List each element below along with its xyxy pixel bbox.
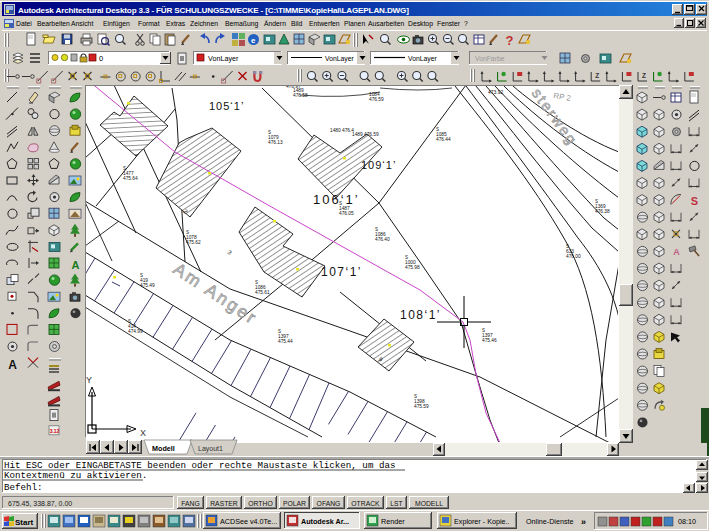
svg-text:Autodesk Ar...: Autodesk Ar... [301,517,349,526]
svg-text:Extras: Extras [166,20,186,27]
svg-text:475.62: 475.62 [186,240,201,245]
svg-text:Befehl:: Befehl: [4,482,43,493]
svg-text:106‘1’: 106‘1’ [313,192,360,207]
svg-text:?: ? [464,20,468,27]
svg-text:?: ? [506,33,514,48]
svg-text:1480 476.4: 1480 476.4 [330,128,354,133]
svg-text:08:10: 08:10 [678,517,696,526]
svg-text:675.45, 338.87, 0.00: 675.45, 338.87, 0.00 [8,500,72,507]
svg-text:3.12: 3.12 [50,428,60,434]
svg-text:1489 476.59: 1489 476.59 [352,132,379,137]
svg-text:ORTHO: ORTHO [248,500,272,507]
svg-text:476.40: 476.40 [375,237,390,242]
svg-text:475.64: 475.64 [123,176,138,181]
svg-text:107‘1’: 107‘1’ [321,265,362,279]
svg-text:Ändern: Ändern [264,20,286,27]
svg-text:VonFarbe: VonFarbe [475,55,505,62]
svg-text:Layout1: Layout1 [198,445,223,453]
svg-text:RASTER: RASTER [210,500,238,507]
svg-text:Kontextmenü zu aktivieren.: Kontextmenü zu aktivieren. [4,470,147,481]
svg-text:Ausarbeiten: Ausarbeiten [368,20,404,27]
svg-text:Explorer - Kopie..: Explorer - Kopie.. [454,517,510,526]
svg-text:Fenster: Fenster [437,20,461,27]
svg-text:FANG: FANG [181,500,200,507]
svg-text:475.61: 475.61 [255,290,270,295]
svg-text:A: A [673,247,680,257]
svg-text:475.44: 475.44 [278,339,293,344]
svg-text:Bearbeiten: Bearbeiten [37,20,70,27]
svg-text:Desktop: Desktop [408,20,433,28]
svg-text:LST: LST [390,500,402,507]
svg-text:Z: Z [595,72,599,79]
svg-text:476.58: 476.58 [293,93,308,98]
svg-text:e: e [251,36,256,45]
svg-text:Format: Format [138,20,160,27]
svg-text:Z: Z [642,72,646,79]
svg-text:Online-Dienste: Online-Dienste [526,517,574,526]
svg-text:Entwerfen: Entwerfen [309,20,340,27]
svg-text:OTRACK: OTRACK [351,500,380,507]
svg-text:474.99: 474.99 [128,329,143,334]
svg-text:Planen: Planen [344,20,365,27]
svg-text:475.49: 475.49 [140,283,155,288]
svg-text:»: » [581,517,586,527]
svg-text:475.46: 475.46 [482,338,497,343]
svg-text:0: 0 [99,54,103,63]
svg-text:476.13: 476.13 [268,140,283,145]
svg-text:476.00: 476.00 [566,254,581,259]
svg-text:Ansicht: Ansicht [71,20,93,27]
svg-text:Zeichnen: Zeichnen [190,20,218,27]
svg-text:A: A [8,358,17,372]
svg-text:475.59: 475.59 [414,404,429,409]
svg-text:109‘1’: 109‘1’ [361,159,396,171]
svg-text:Bild: Bild [291,20,303,27]
svg-text:MODELL: MODELL [415,500,443,507]
svg-text:Autodesk Architectural Desktop: Autodesk Architectural Desktop 3.3 - FÜR… [18,6,409,15]
svg-text:VonLayer: VonLayer [208,54,239,63]
svg-text:Modell: Modell [152,444,175,453]
svg-text:A: A [72,259,80,271]
svg-text:Bemaßung: Bemaßung [225,20,258,28]
svg-text:475.98: 475.98 [405,265,420,270]
svg-text:OFANG: OFANG [317,500,341,507]
svg-text:VonLayer: VonLayer [408,55,437,63]
svg-text:476.38: 476.38 [595,209,610,214]
svg-text:476.44: 476.44 [436,137,451,142]
svg-text:Datei: Datei [16,20,32,27]
svg-text:S: S [691,195,698,207]
svg-text:VonLayer: VonLayer [325,55,354,63]
svg-text:X: X [140,428,146,438]
svg-text:Start: Start [15,518,34,527]
svg-text:Y: Y [86,375,92,385]
svg-text:476.59: 476.59 [369,97,384,102]
svg-text:ACDSee v4.0Te...: ACDSee v4.0Te... [220,517,277,526]
svg-text:473.92: 473.92 [488,89,504,95]
svg-text:Einfügen: Einfügen [103,20,130,28]
svg-text:POLAR: POLAR [283,500,306,507]
svg-text:108‘1’: 108‘1’ [400,308,441,322]
svg-text:Render: Render [381,517,405,526]
svg-text:105‘1’: 105‘1’ [209,100,244,112]
svg-text:476.05: 476.05 [339,211,354,216]
